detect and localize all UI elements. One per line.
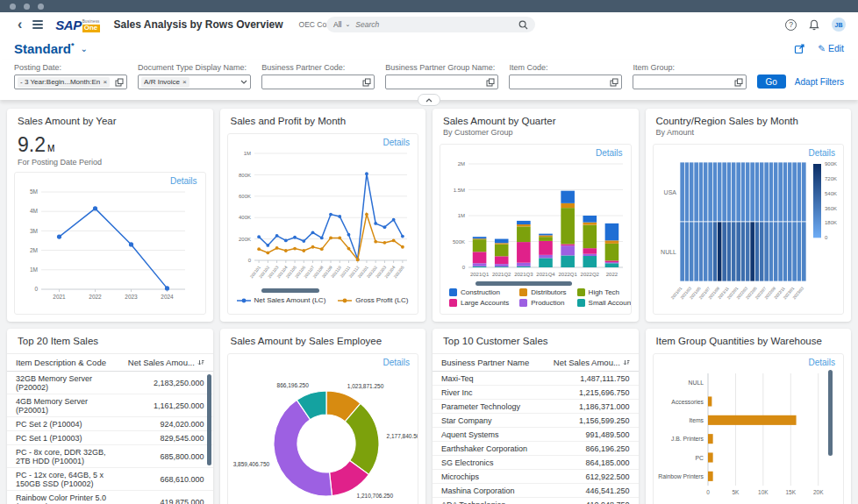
- window-minimize-button[interactable]: [24, 4, 30, 10]
- details-link[interactable]: Details: [808, 148, 835, 158]
- legend-item-gross-profit-lc-[interactable]: Gross Profit (LC): [338, 296, 408, 304]
- legend-item-net-sales-amount-lc-[interactable]: Net Sales Amount (LC): [237, 296, 326, 304]
- table-row[interactable]: Parameter Technology1,186,371.000: [433, 400, 639, 414]
- details-link[interactable]: Details: [808, 358, 835, 367]
- stacked-bar-chart-sales-by-quarter[interactable]: 0500K1M1.5M2M2021Q12021Q22021Q32021Q4202…: [440, 159, 626, 280]
- window-close-button[interactable]: [10, 4, 16, 10]
- value-help-icon[interactable]: [486, 78, 495, 87]
- go-button[interactable]: Go: [757, 75, 786, 89]
- table-row[interactable]: Microchips612,922.500: [433, 470, 639, 484]
- legend-item-large-accounts[interactable]: Large Accounts: [449, 299, 509, 307]
- svg-text:2,177,840.500: 2,177,840.500: [386, 433, 418, 439]
- filter-input[interactable]: - 3 Year:Begin...Month:End (1/1/2021...×: [14, 75, 127, 89]
- cell-amount: 446,541.250: [541, 484, 638, 498]
- search-input[interactable]: Search: [355, 20, 518, 29]
- table-row[interactable]: Maxi-Teq1,487,111.750: [433, 372, 639, 386]
- chart-legend: ConstructionDistributorsHigh TechLarge A…: [440, 283, 631, 312]
- filter-field-document-type-display-name: Document Type Display Name:A/R Invoice×: [138, 63, 251, 89]
- value-help-icon[interactable]: [362, 78, 371, 87]
- adapt-filters-button[interactable]: Adapt Filters: [795, 77, 844, 87]
- horizontal-scrollbar[interactable]: [261, 288, 319, 293]
- column-header-item[interactable]: Item Description & Code: [7, 354, 119, 372]
- filter-input[interactable]: [261, 75, 375, 89]
- svg-text:180K: 180K: [825, 220, 837, 225]
- legend-item-production[interactable]: Production: [519, 299, 566, 307]
- cell-name: 4GB Memory Server (P20001): [7, 394, 119, 417]
- details-link[interactable]: Details: [383, 358, 410, 367]
- legend-item-small-accounts[interactable]: Small Accounts: [577, 299, 632, 307]
- table-row[interactable]: PC - 8x core, DDR 32GB, 2TB HDD (P10001)…: [7, 445, 213, 468]
- filter-input[interactable]: [509, 75, 622, 89]
- search-scope-select[interactable]: All: [333, 20, 341, 29]
- details-link[interactable]: Details: [383, 138, 410, 147]
- app-finder-icon[interactable]: [32, 18, 43, 31]
- search-bar[interactable]: All ⌄ Search: [326, 17, 535, 32]
- edit-button[interactable]: ✎Edit: [818, 43, 844, 53]
- user-avatar[interactable]: JB: [832, 18, 846, 32]
- search-icon[interactable]: [518, 20, 528, 30]
- legend-item-construction[interactable]: Construction: [449, 288, 509, 296]
- line-chart-sales-profit-by-month[interactable]: 0200K400K600K800K1M202101202102202103202…: [228, 148, 414, 287]
- table-row[interactable]: SG Electronics864,185.000: [433, 456, 639, 470]
- cell-name: PC - 8x core, DDR 32GB, 2TB HDD (P10001): [7, 445, 119, 468]
- legend-item-distributors[interactable]: Distributors: [519, 288, 566, 296]
- table-row[interactable]: River Inc1,215,696.750: [433, 386, 639, 400]
- column-header-net-sales[interactable]: Net Sales Amou...: [119, 354, 213, 372]
- legend-item-high-tech[interactable]: High Tech: [577, 288, 632, 296]
- chevron-down-icon[interactable]: [240, 80, 247, 84]
- table-row[interactable]: PC Set 2 (P10004)924,020.000: [7, 417, 213, 431]
- window-titlebar: [0, 0, 858, 12]
- help-icon[interactable]: ?: [785, 19, 797, 31]
- value-help-icon[interactable]: [115, 78, 124, 87]
- donut-chart-sales-by-employee[interactable]: 1,023,871.2502,177,840.5001,210,706.2503…: [228, 368, 419, 504]
- table-row[interactable]: PC - 12x core, 64GB, 5 x 150GB SSD (P100…: [7, 468, 213, 491]
- kpi-block: 9.2M For Posting Date Period: [7, 130, 213, 168]
- variant-selector[interactable]: Standard*: [14, 41, 75, 56]
- back-icon[interactable]: ‹: [12, 18, 27, 32]
- svg-text:2021Q2: 2021Q2: [492, 272, 511, 277]
- table-row[interactable]: Aquent Systems991,489.500: [433, 428, 639, 442]
- filter-input[interactable]: [633, 75, 746, 89]
- table-row[interactable]: Rainbow Color Printer 5.0 (A00004)419,87…: [7, 491, 213, 504]
- svg-text:2021: 2021: [53, 294, 66, 300]
- share-icon[interactable]: [794, 43, 805, 54]
- svg-text:0: 0: [247, 258, 251, 263]
- details-link[interactable]: Details: [596, 148, 623, 158]
- line-chart-sales-by-year[interactable]: 01M2M3M4M5M2021202220232024: [15, 187, 192, 303]
- column-header-net-sales[interactable]: Net Sales Amou...: [541, 354, 638, 372]
- table-row[interactable]: Earthshaker Corporation866,196.250: [433, 442, 639, 456]
- collapse-header-button[interactable]: [418, 94, 440, 106]
- svg-text:0: 0: [34, 286, 38, 292]
- notifications-bell-icon[interactable]: [809, 19, 819, 31]
- cell-name: SG Electronics: [433, 456, 541, 470]
- bar-chart-quantities-by-warehouse[interactable]: 05K10K15K20KNULLAccessoriesItemsJ.B. Pri…: [654, 368, 845, 500]
- svg-text:4M: 4M: [30, 208, 38, 214]
- heatmap-country-sales-by-month[interactable]: USANULL2021/012021/032021/052021/072021/…: [654, 159, 845, 306]
- filter-input[interactable]: [385, 75, 498, 89]
- vertical-scrollbar[interactable]: [207, 374, 211, 465]
- value-help-icon[interactable]: [734, 78, 743, 87]
- card-title: Sales Amount by Quarter: [443, 116, 628, 126]
- value-help-icon[interactable]: [610, 78, 618, 87]
- chevron-down-icon[interactable]: ⌄: [345, 21, 350, 28]
- table-row[interactable]: ADA Technologies410,948.750: [433, 498, 639, 504]
- table-row[interactable]: Star Company1,156,599.250: [433, 414, 639, 428]
- filter-input[interactable]: A/R Invoice×: [138, 75, 251, 89]
- column-header-partner[interactable]: Business Partner Name: [433, 354, 541, 372]
- card-top-10-customer-sales: Top 10 Customer Sales Business Partner N…: [433, 329, 639, 504]
- details-link[interactable]: Details: [170, 176, 197, 186]
- cell-name: River Inc: [433, 386, 541, 400]
- table-row[interactable]: 32GB Memory Server (P20002)2,183,250.000: [7, 372, 213, 394]
- remove-token-icon[interactable]: ×: [103, 78, 107, 86]
- cell-amount: 991,489.500: [541, 428, 638, 442]
- table-row[interactable]: Mashina Corporation446,541.250: [433, 484, 639, 498]
- table-row[interactable]: PC Set 1 (P10003)829,545.000: [7, 431, 213, 445]
- window-zoom-button[interactable]: [38, 4, 44, 10]
- chevron-down-icon[interactable]: ⌄: [81, 44, 88, 53]
- horizontal-scrollbar[interactable]: [475, 281, 572, 286]
- card-title: Sales and Profit by Month: [231, 116, 416, 126]
- remove-token-icon[interactable]: ×: [182, 78, 187, 86]
- table-row[interactable]: 4GB Memory Server (P20001)1,161,250.000: [7, 394, 213, 417]
- kpi-subtitle: For Posting Date Period: [18, 158, 203, 167]
- vertical-scrollbar[interactable]: [828, 370, 833, 456]
